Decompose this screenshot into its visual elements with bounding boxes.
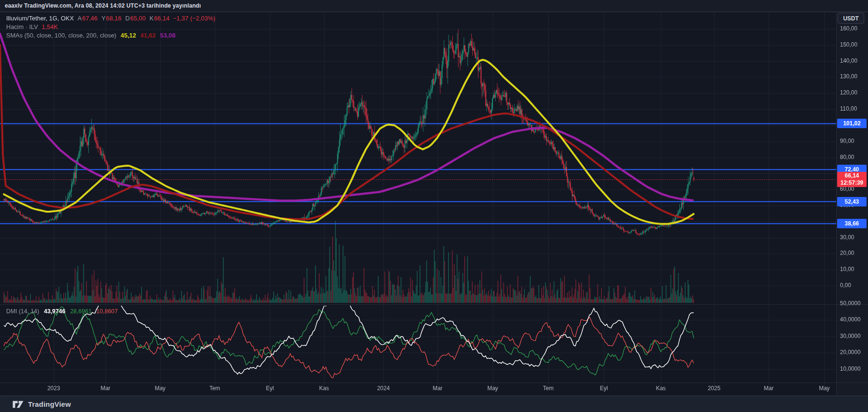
time-tick: 2024 xyxy=(364,385,402,393)
time-tick: Eyl xyxy=(251,385,289,393)
price-tick: 10,00 xyxy=(840,266,868,273)
open-label: A xyxy=(77,15,82,22)
dmi-tick: 10,0000 xyxy=(840,365,868,373)
price-level-badge[interactable]: 52,43 xyxy=(837,197,867,206)
time-tick: May xyxy=(805,385,843,393)
time-tick: Tem xyxy=(529,385,567,393)
sma50-value: 45,12 xyxy=(121,32,136,39)
last-price-badge: 66,14 12:57:39 xyxy=(837,172,867,187)
dmi-tick: 30,0000 xyxy=(840,333,868,340)
time-tick: May xyxy=(474,385,512,393)
time-tick: Eyl xyxy=(585,385,623,393)
high-label: Y xyxy=(102,15,106,22)
time-tick: 2025 xyxy=(695,385,733,393)
sma-legend-row[interactable]: SMAs (50, close, 100, close, 200, close)… xyxy=(6,31,216,39)
price-tick: 150,00 xyxy=(840,41,868,49)
time-tick: Mar xyxy=(86,385,124,393)
price-tick: 20,00 xyxy=(840,250,868,257)
time-tick: Kas xyxy=(642,385,680,393)
change-value: −1,37 (−2,03%) xyxy=(173,15,216,22)
time-tick: Tem xyxy=(196,385,234,393)
price-tick: 160,00 xyxy=(840,25,868,33)
time-tick: May xyxy=(141,385,179,393)
low-label: D xyxy=(125,15,130,22)
sma200-value: 53,08 xyxy=(160,32,176,39)
tradingview-logo-icon[interactable] xyxy=(12,400,24,409)
price-tick: 140,00 xyxy=(840,57,868,65)
price-tick: 130,00 xyxy=(840,73,868,81)
dmi-legend: DMI (14, 14) 43,9746 28,6961 10,8607 xyxy=(6,308,118,315)
volume-legend-row[interactable]: Hacim · ILV 1,54K xyxy=(6,22,216,31)
tradingview-brand[interactable]: TradingView xyxy=(28,400,71,408)
volume-label[interactable]: Hacim · ILV xyxy=(6,23,38,30)
dmi-plus-di-value: 28,6961 xyxy=(70,308,92,315)
sma-label[interactable]: SMAs (50, close, 100, close, 200, close) xyxy=(6,32,116,39)
price-tick: 80,00 xyxy=(840,154,868,161)
time-tick: Mar xyxy=(750,385,788,393)
volume-value: 1,54K xyxy=(42,23,58,30)
low-value: 65,00 xyxy=(130,15,146,22)
dmi-tick: 20,0000 xyxy=(840,349,868,356)
close-value: 66,14 xyxy=(154,15,170,22)
tradingview-published-chart: eaaxlv TradingView.com, Ara 08, 2024 14:… xyxy=(0,0,868,412)
close-label: K xyxy=(150,15,154,22)
price-level-badge[interactable]: 38,66 xyxy=(837,219,867,228)
dmi-title[interactable]: DMI (14, 14) xyxy=(6,308,39,315)
open-value: 67,46 xyxy=(82,15,98,22)
symbol-title[interactable]: Illuvium/Tether, 1G, OKX xyxy=(6,15,74,22)
time-tick: Kas xyxy=(305,385,343,393)
publish-info-text: eaaxlv TradingView.com, Ara 08, 2024 14:… xyxy=(5,2,201,9)
symbol-legend: Illuvium/Tether, 1G, OKX A 67,46 Y 68,16… xyxy=(6,14,216,39)
dmi-tick: 40,0000 xyxy=(840,316,868,324)
price-tick: 120,00 xyxy=(840,89,868,97)
last-price-value: 66,14 xyxy=(845,172,859,179)
sma100-value: 41,62 xyxy=(141,32,156,39)
price-tick: 30,00 xyxy=(840,234,868,242)
dmi-minus-di-value: 10,8607 xyxy=(96,308,118,315)
footer-bar: TradingView xyxy=(0,396,868,412)
price-tick: 90,00 xyxy=(840,138,868,145)
last-price-time: 12:57:39 xyxy=(840,179,863,187)
price-level-badge[interactable]: 101,02 xyxy=(837,119,867,128)
dmi-adx-value: 43,9746 xyxy=(44,308,65,315)
price-tick: 0,00 xyxy=(840,282,868,290)
time-tick: Mar xyxy=(419,385,457,393)
currency-toggle-button[interactable]: USDT xyxy=(838,13,864,24)
high-value: 68,16 xyxy=(106,15,122,22)
price-chart-canvas[interactable] xyxy=(0,0,868,412)
time-tick: 2023 xyxy=(35,385,73,393)
price-tick: 110,00 xyxy=(840,105,868,113)
publish-info-bar: eaaxlv TradingView.com, Ara 08, 2024 14:… xyxy=(0,0,868,12)
symbol-legend-row[interactable]: Illuvium/Tether, 1G, OKX A 67,46 Y 68,16… xyxy=(6,14,216,22)
dmi-tick: 50,0000 xyxy=(840,300,868,308)
